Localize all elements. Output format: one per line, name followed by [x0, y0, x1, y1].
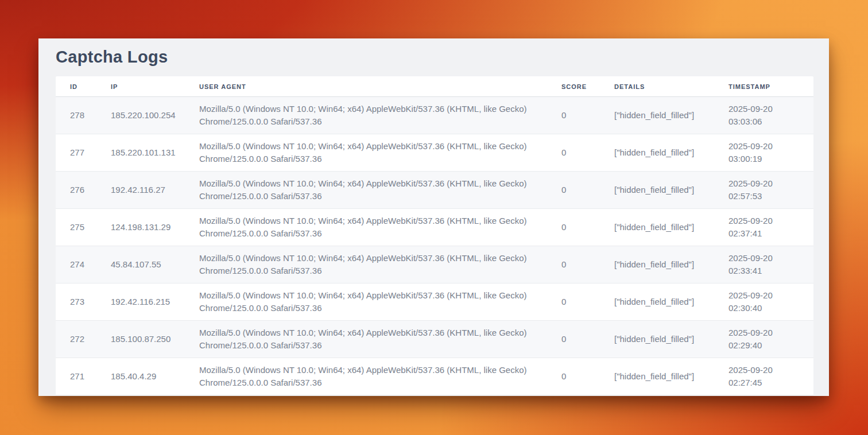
cell-user-agent: Mozilla/5.0 (Windows NT 10.0; Win64; x64… [192, 97, 555, 134]
table-row: 274 45.84.107.55 Mozilla/5.0 (Windows NT… [56, 246, 813, 283]
cell-details: ["hidden_field_filled"] [607, 321, 722, 358]
cell-score: 0 [555, 246, 607, 283]
table-row: 277 185.220.101.131 Mozilla/5.0 (Windows… [56, 134, 813, 172]
timestamp-date: 2025-09-20 [728, 177, 796, 190]
timestamp-time: 02:37:41 [728, 227, 796, 240]
cell-score: 0 [555, 134, 607, 172]
cell-timestamp: 2025-09-20 03:00:19 [722, 134, 813, 172]
table-row: 276 192.42.116.27 Mozilla/5.0 (Windows N… [56, 172, 813, 209]
cell-id: 273 [56, 283, 104, 321]
timestamp-date: 2025-09-20 [728, 289, 796, 302]
cell-score: 0 [555, 209, 607, 246]
timestamp-date: 2025-09-20 [728, 364, 796, 376]
cell-id: 272 [56, 321, 104, 358]
timestamp-date: 2025-09-20 [728, 215, 796, 227]
cell-score: 0 [555, 321, 607, 358]
cell-score: 0 [555, 97, 607, 134]
cell-details: ["hidden_field_filled"] [607, 358, 722, 395]
cell-ip: 185.220.100.254 [104, 97, 192, 134]
table-row: 272 185.100.87.250 Mozilla/5.0 (Windows … [56, 321, 813, 358]
cell-details: ["hidden_field_filled"] [607, 209, 722, 246]
cell-timestamp: 2025-09-20 02:37:41 [722, 209, 813, 246]
timestamp-date: 2025-09-20 [728, 103, 796, 115]
table-row: 271 185.40.4.29 Mozilla/5.0 (Windows NT … [56, 358, 813, 395]
captcha-table-body: 278 185.220.100.254 Mozilla/5.0 (Windows… [56, 97, 813, 395]
page-background: { "page": { "title": "Captcha Logs" }, "… [0, 0, 868, 435]
cell-score: 0 [555, 358, 607, 395]
cell-id: 277 [56, 134, 104, 172]
table-row: 275 124.198.131.29 Mozilla/5.0 (Windows … [56, 209, 813, 246]
cell-timestamp: 2025-09-20 02:27:45 [722, 358, 813, 395]
column-header-user-agent: USER AGENT [192, 76, 555, 97]
cell-user-agent: Mozilla/5.0 (Windows NT 10.0; Win64; x64… [192, 358, 555, 395]
cell-id: 275 [56, 209, 104, 246]
cell-timestamp: 2025-09-20 02:29:40 [722, 321, 813, 358]
timestamp-date: 2025-09-20 [728, 140, 796, 153]
cell-user-agent: Mozilla/5.0 (Windows NT 10.0; Win64; x64… [192, 209, 555, 246]
timestamp-time: 02:30:40 [728, 302, 796, 314]
cell-details: ["hidden_field_filled"] [607, 172, 722, 209]
cell-timestamp: 2025-09-20 03:03:06 [722, 97, 813, 134]
cell-user-agent: Mozilla/5.0 (Windows NT 10.0; Win64; x64… [192, 283, 555, 321]
cell-id: 278 [56, 97, 104, 134]
table-header-row: ID IP USER AGENT SCORE DETAILS TIMESTAMP [56, 76, 813, 97]
column-header-id: ID [56, 76, 104, 97]
cell-ip: 45.84.107.55 [104, 246, 192, 283]
cell-score: 0 [555, 172, 607, 209]
cell-id: 276 [56, 172, 104, 209]
timestamp-date: 2025-09-20 [728, 327, 796, 339]
cell-details: ["hidden_field_filled"] [607, 134, 722, 172]
cell-details: ["hidden_field_filled"] [607, 97, 722, 134]
timestamp-time: 02:33:41 [728, 265, 796, 277]
cell-ip: 124.198.131.29 [104, 209, 192, 246]
cell-details: ["hidden_field_filled"] [607, 246, 722, 283]
column-header-ip: IP [104, 76, 192, 97]
cell-score: 0 [555, 283, 607, 321]
cell-timestamp: 2025-09-20 02:30:40 [722, 283, 813, 321]
captcha-logs-card: Captcha Logs ID IP USER AGENT SCORE DETA… [38, 38, 829, 396]
cell-user-agent: Mozilla/5.0 (Windows NT 10.0; Win64; x64… [192, 246, 555, 283]
timestamp-time: 03:03:06 [728, 115, 796, 128]
column-header-timestamp: TIMESTAMP [722, 76, 813, 97]
cell-id: 271 [56, 358, 104, 395]
cell-ip: 185.40.4.29 [104, 358, 192, 395]
timestamp-time: 02:57:53 [728, 190, 796, 203]
captcha-logs-table: ID IP USER AGENT SCORE DETAILS TIMESTAMP… [56, 76, 813, 395]
table-row: 273 192.42.116.215 Mozilla/5.0 (Windows … [56, 283, 813, 321]
timestamp-time: 02:27:45 [728, 376, 796, 389]
cell-ip: 192.42.116.27 [104, 172, 192, 209]
page-title: Captcha Logs [56, 48, 813, 67]
cell-timestamp: 2025-09-20 02:33:41 [722, 246, 813, 283]
cell-details: ["hidden_field_filled"] [607, 283, 722, 321]
cell-user-agent: Mozilla/5.0 (Windows NT 10.0; Win64; x64… [192, 134, 555, 172]
cell-id: 274 [56, 246, 104, 283]
table-row: 278 185.220.100.254 Mozilla/5.0 (Windows… [56, 97, 813, 134]
timestamp-date: 2025-09-20 [728, 252, 796, 265]
cell-user-agent: Mozilla/5.0 (Windows NT 10.0; Win64; x64… [192, 172, 555, 209]
column-header-details: DETAILS [607, 76, 722, 97]
cell-ip: 185.100.87.250 [104, 321, 192, 358]
cell-timestamp: 2025-09-20 02:57:53 [722, 172, 813, 209]
column-header-score: SCORE [555, 76, 607, 97]
timestamp-time: 03:00:19 [728, 153, 796, 165]
cell-user-agent: Mozilla/5.0 (Windows NT 10.0; Win64; x64… [192, 321, 555, 358]
cell-ip: 185.220.101.131 [104, 134, 192, 172]
cell-ip: 192.42.116.215 [104, 283, 192, 321]
timestamp-time: 02:29:40 [728, 339, 796, 352]
